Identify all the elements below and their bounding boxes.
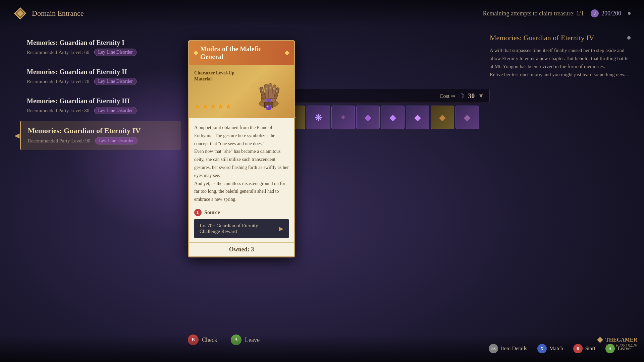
- svg-point-12: [266, 87, 268, 89]
- popup-top-section: Character Level-UpMaterial ★ ★ ★ ★ ★: [189, 65, 294, 118]
- reward-item-5-icon: ◆: [389, 112, 396, 123]
- popup-item-info: Character Level-UpMaterial ★ ★ ★ ★ ★: [194, 70, 243, 111]
- right-panel-desc: A will that surpasses time itself finall…: [490, 46, 631, 78]
- reward-item-6: ◆: [406, 106, 429, 129]
- source-l-icon: L: [194, 209, 202, 216]
- cost-label: Cost ⇒: [440, 93, 455, 99]
- reward-item-7-icon: ◆: [439, 112, 446, 123]
- domain-item-3-sub: Recommended Party Level: 80 Ley Line Dis…: [27, 107, 174, 114]
- domain-item-1-title: Memories: Guardian of Eternity I: [27, 39, 174, 47]
- popup-description: A puppet joint obtained from the Plane o…: [189, 118, 294, 209]
- mudra-svg: [250, 70, 287, 110]
- domain-title: Domain Entrance: [32, 9, 84, 18]
- domain-item-2-title: Memories: Guardian of Eternity II: [27, 68, 174, 76]
- rs-button-icon: RS: [489, 344, 498, 353]
- right-panel: Memories: Guardian of Eternity IV A will…: [490, 34, 631, 78]
- reward-item-8: ◆: [455, 106, 479, 129]
- domain-item-4-sub: Recommended Party Level: 90 Ley Line Dis…: [28, 137, 174, 144]
- reward-items-row: ✦ ❋ ✦ ◆ ◆ ◆ ◆ ◆: [282, 106, 479, 129]
- domain-item-1[interactable]: Memories: Guardian of Eternity I Recomme…: [20, 34, 181, 61]
- reward-item-4: ◆: [356, 106, 380, 129]
- reward-item-3-icon: ✦: [339, 112, 347, 123]
- popup-item-image: [249, 70, 289, 110]
- resin-icon: ☽: [591, 9, 599, 17]
- ley-badge-3: Ley Line Disorder: [94, 107, 136, 114]
- popup-body: Character Level-UpMaterial ★ ★ ★ ★ ★: [189, 65, 294, 256]
- selected-arrow: ◀: [14, 131, 19, 139]
- bottom-nav: RS Item Details X Match B Start A Leave: [0, 335, 644, 362]
- attempts-text: Remaining attempts to claim treasure: 1/…: [483, 10, 584, 17]
- popup-source-section: L Source Lv. 70+ Guardian of EternityCha…: [189, 209, 294, 242]
- item-details-nav-btn[interactable]: RS Item Details: [489, 344, 527, 353]
- domain-item-2[interactable]: Memories: Guardian of Eternity II Recomm…: [20, 63, 181, 90]
- resin-cost-icon: ☽: [459, 92, 465, 100]
- brand-name: THEGAMER: [605, 337, 637, 343]
- reward-item-2-icon: ❋: [315, 112, 322, 123]
- reward-item-3: ✦: [331, 106, 355, 129]
- top-bar: Domain Entrance Remaining attempts to cl…: [0, 0, 644, 27]
- popup-item-type: Character Level-UpMaterial: [194, 70, 243, 82]
- uid-text: UID: 622819425: [597, 343, 637, 349]
- popup-diamond-right: [285, 51, 289, 55]
- domain-item-3-title: Memories: Guardian of Eternity III: [27, 97, 174, 105]
- svg-point-17: [266, 105, 271, 110]
- svg-point-14: [273, 88, 275, 90]
- domain-item-4-title: Memories: Guardian of Eternity IV: [28, 126, 174, 135]
- reward-bar: Cost ⇒ ☽ 30 ▼: [282, 89, 490, 103]
- ley-badge-1: Ley Line Disorder: [94, 49, 136, 56]
- right-panel-dot: [627, 36, 631, 40]
- popup-title: Mudra of the Malefic General: [200, 45, 285, 61]
- reward-dropdown-arrow[interactable]: ▼: [478, 93, 484, 100]
- source-item-text: Lv. 70+ Guardian of EternityChallenge Re…: [200, 223, 258, 234]
- match-label: Match: [549, 346, 563, 352]
- match-nav-btn[interactable]: X Match: [537, 344, 563, 353]
- reward-item-7: ◆: [431, 106, 454, 129]
- domain-item-1-sub: Recommended Party Level: 60 Ley Line Dis…: [27, 49, 174, 56]
- source-text: Source: [204, 209, 220, 216]
- svg-rect-8: [269, 83, 272, 99]
- svg-point-18: [267, 106, 269, 108]
- logo-area: THEGAMER UID: 622819425: [597, 337, 637, 349]
- ley-badge-4: Ley Line Disorder: [95, 137, 137, 144]
- reward-item-6-icon: ◆: [414, 112, 421, 123]
- svg-point-13: [269, 87, 271, 89]
- b-button-icon-nav: B: [573, 344, 583, 353]
- domain-header: Domain Entrance: [13, 7, 84, 20]
- top-right-info: Remaining attempts to claim treasure: 1/…: [483, 9, 631, 17]
- x-button-icon: X: [537, 344, 547, 353]
- resin-count: 200/200: [601, 10, 621, 17]
- logo-icon: [597, 337, 603, 343]
- reward-item-5: ◆: [381, 106, 405, 129]
- reward-item-8-icon: ◆: [464, 112, 471, 123]
- popup-diamond-left: [194, 51, 198, 55]
- popup-stars: ★ ★ ★ ★ ★: [194, 102, 243, 111]
- resin-area: ☽ 200/200: [591, 9, 621, 17]
- domain-item-3[interactable]: Memories: Guardian of Eternity III Recom…: [20, 92, 181, 120]
- svg-point-11: [262, 89, 264, 91]
- popup-header: Mudra of the Malefic General: [189, 41, 294, 65]
- status-dot: [628, 12, 631, 15]
- svg-point-15: [276, 90, 278, 92]
- domain-item-2-sub: Recommended Party Level: 70 Ley Line Dis…: [27, 78, 174, 85]
- domain-icon: [13, 7, 27, 20]
- ley-badge-2: Ley Line Disorder: [94, 78, 136, 85]
- reward-item-4-icon: ◆: [365, 112, 371, 123]
- start-nav-btn[interactable]: B Start: [573, 344, 595, 353]
- popup-owned: Owned: 3: [189, 242, 294, 256]
- svg-marker-19: [597, 337, 603, 343]
- reward-item-2: ❋: [307, 106, 330, 129]
- domain-list: Memories: Guardian of Eternity I Recomme…: [20, 34, 181, 151]
- item-details-label: Item Details: [501, 346, 527, 352]
- right-panel-title: Memories: Guardian of Eternity IV: [490, 34, 631, 42]
- start-label: Start: [585, 346, 595, 352]
- cost-amount: 30: [468, 92, 475, 100]
- domain-item-4[interactable]: ◀ Memories: Guardian of Eternity IV Reco…: [20, 121, 181, 150]
- source-item[interactable]: Lv. 70+ Guardian of EternityChallenge Re…: [194, 219, 289, 238]
- source-label: L Source: [194, 209, 289, 216]
- source-arrow: ▶: [279, 225, 283, 232]
- item-popup: Mudra of the Malefic General Character L…: [188, 40, 295, 257]
